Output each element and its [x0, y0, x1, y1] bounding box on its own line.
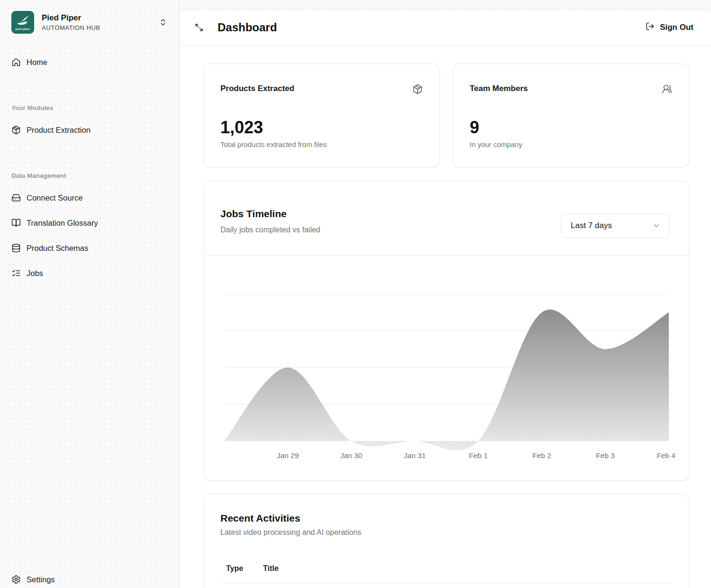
dashboard-content: Products Extracted 1,023 Total products …: [180, 46, 711, 588]
jobs-timeline-chart-area: Jan 29Jan 30Jan 31Feb 1Feb 2Feb 3Feb 4: [204, 256, 689, 477]
x-axis-label: Jan 31: [404, 451, 426, 459]
gear-icon: [11, 575, 21, 584]
brand-text: Pied Piper AUTOMATION HUB: [42, 13, 151, 32]
recent-activities-title: Recent Activities: [220, 512, 672, 524]
book-open-icon: [11, 218, 21, 228]
x-axis-label: Jan 29: [277, 451, 299, 459]
sidebar-item-connect-source[interactable]: Connect Source: [8, 189, 171, 207]
stat-value: 1,023: [220, 118, 423, 137]
x-axis-label: Feb 2: [532, 451, 551, 459]
chevrons-up-down-icon[interactable]: [159, 18, 167, 27]
date-range-select[interactable]: Last 7 days: [561, 213, 670, 238]
app-root: pied piper Pied Piper AUTOMATION HUB Hom…: [0, 0, 711, 588]
stat-card-products-extracted: Products Extracted 1,023 Total products …: [203, 64, 440, 167]
jobs-timeline-subtitle: Daily jobs completed vs failed: [220, 226, 320, 234]
sidebar-item-translation-glossary[interactable]: Translation Glossary: [8, 214, 171, 232]
main-area: Dashboard Sign Out Products Extracted: [179, 0, 711, 588]
sidebar-item-label: Product Schemas: [27, 244, 88, 253]
sidebar-item-label: Product Extraction: [27, 126, 91, 135]
sidebar-item-product-extraction[interactable]: Product Extraction: [8, 121, 171, 139]
x-axis-label: Feb 3: [596, 451, 615, 459]
date-range-value: Last 7 days: [571, 221, 612, 230]
recent-activities-subtitle: Latest video processing and AI operation…: [220, 528, 672, 537]
x-axis-label: Feb 4: [656, 451, 675, 459]
sidebar-item-label: Translation Glossary: [27, 219, 98, 228]
sidebar-item-settings[interactable]: Settings: [8, 570, 171, 588]
expand-diagonal-icon[interactable]: [194, 23, 204, 32]
stat-card-team-members: Team Members 9 In your company: [453, 64, 689, 167]
package-icon: [11, 125, 21, 135]
brand-name: Pied Piper: [42, 13, 151, 23]
hard-drive-icon: [11, 193, 21, 202]
users-icon: [662, 84, 672, 96]
recent-activities-card: Recent Activities Latest video processin…: [203, 494, 689, 588]
jobs-timeline-chart: Jan 29Jan 30Jan 31Feb 1Feb 2Feb 3Feb 4: [224, 266, 669, 475]
activities-table-header-row: Type Title: [220, 560, 672, 583]
section-label-your-modules: Your Modules: [11, 104, 167, 111]
page-title: Dashboard: [218, 21, 277, 34]
logo-wordmark: pied piper: [15, 28, 30, 30]
activities-table: Type Title: [220, 560, 672, 583]
sidebar-item-label: Connect Source: [27, 193, 82, 202]
log-out-icon: [646, 22, 655, 33]
sidebar-item-product-schemas[interactable]: Product Schemas: [8, 239, 171, 257]
x-axis-label: Feb 1: [469, 451, 488, 459]
sidebar-item-label: Home: [27, 58, 47, 67]
paper-quill-logo-icon: [16, 15, 30, 27]
stat-value: 9: [470, 118, 672, 137]
top-bar: Dashboard Sign Out: [180, 10, 711, 46]
workspace-switcher[interactable]: pied piper Pied Piper AUTOMATION HUB: [11, 11, 167, 34]
stats-row: Products Extracted 1,023 Total products …: [203, 64, 689, 167]
list-checks-icon: [11, 268, 21, 278]
chevron-down-icon: [652, 221, 661, 230]
jobs-timeline-header: Jobs Timeline Daily jobs completed vs fa…: [204, 181, 689, 256]
jobs-timeline-title: Jobs Timeline: [220, 208, 320, 220]
sidebar-item-label: Settings: [27, 575, 55, 584]
sign-out-button[interactable]: Sign Out: [646, 22, 693, 33]
stat-title: Products Extracted: [220, 84, 294, 93]
sidebar: pied piper Pied Piper AUTOMATION HUB Hom…: [0, 0, 179, 588]
package-icon: [412, 84, 423, 96]
sign-out-label: Sign Out: [660, 23, 693, 32]
column-header-type: Type: [220, 560, 257, 578]
stat-description: In your company: [470, 140, 672, 148]
sidebar-item-home[interactable]: Home: [8, 53, 171, 71]
pied-piper-logo: pied piper: [11, 11, 34, 34]
stat-title: Team Members: [470, 84, 528, 93]
jobs-timeline-card: Jobs Timeline Daily jobs completed vs fa…: [203, 181, 689, 481]
house-icon: [11, 57, 21, 67]
x-axis-label: Jan 30: [340, 451, 363, 459]
database-icon: [11, 243, 21, 253]
stat-description: Total products extracted from files: [220, 140, 423, 148]
section-label-data-management: Data Management: [11, 172, 167, 179]
column-header-title: Title: [257, 560, 284, 578]
brand-tagline: AUTOMATION HUB: [42, 24, 151, 32]
main-panel: Dashboard Sign Out Products Extracted: [179, 9, 711, 588]
sidebar-footer: Settings: [0, 570, 179, 588]
sidebar-item-jobs[interactable]: Jobs: [8, 264, 171, 282]
sidebar-item-label: Jobs: [27, 269, 43, 278]
